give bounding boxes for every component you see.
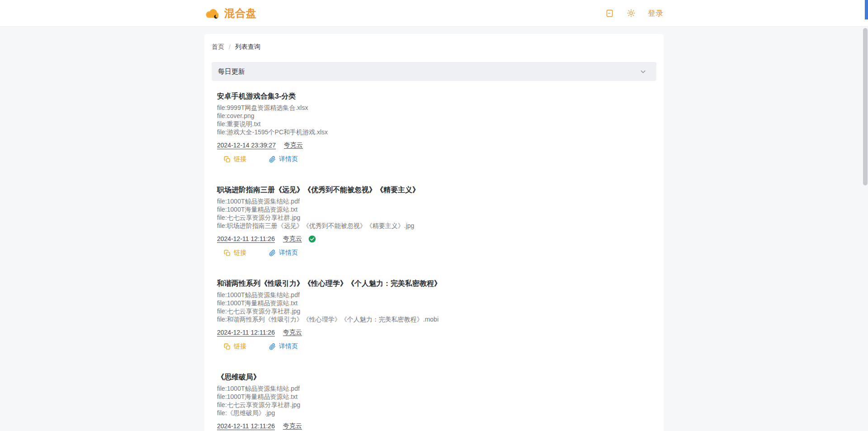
detail-button-label: 详情页	[279, 249, 298, 257]
file-line: file:1000T鲸品资源集结站.pdf	[217, 197, 651, 205]
result-list: 安卓手机游戏合集3-分类 file:9999T网盘资源精选集合.xlsxfile…	[212, 91, 656, 431]
link-button[interactable]: 链接	[224, 249, 246, 257]
file-line: file:重要说明.txt	[217, 120, 651, 128]
file-line: file:1000T海量精品资源站.txt	[217, 393, 651, 401]
paperclip-icon	[269, 156, 276, 163]
detail-button-label: 详情页	[279, 342, 298, 350]
app-header: 混合盘 登录	[0, 0, 868, 27]
item-provider[interactable]: 夸克云	[284, 141, 303, 149]
list-item: 和谐两性系列《性吸引力》《性心理学》《个人魅力：完美私密教程》 file:100…	[217, 279, 651, 351]
item-meta-row: 2024-12-11 12:11:26 夸克云	[217, 234, 651, 243]
item-provider[interactable]: 夸克云	[283, 422, 302, 430]
copy-link-icon	[224, 250, 231, 256]
file-line: file:和谐两性系列《性吸引力》《性心理学》《个人魅力：完美私密教程》.mob…	[217, 315, 651, 323]
file-line: file:1000T海量精品资源站.txt	[217, 299, 651, 307]
item-date[interactable]: 2024-12-14 23:39:27	[217, 142, 276, 149]
list-item: 《思维破局》 file:1000T鲸品资源集结站.pdffile:1000T海量…	[217, 372, 651, 431]
brand-title: 混合盘	[224, 6, 257, 20]
verified-check-icon	[308, 235, 316, 243]
detail-button-label: 详情页	[279, 155, 298, 163]
link-button-label: 链接	[234, 249, 246, 257]
theme-sun-icon[interactable]	[626, 8, 636, 18]
item-title: 《思维破局》	[217, 372, 651, 382]
breadcrumb-home[interactable]: 首页	[212, 43, 224, 51]
item-title: 安卓手机游戏合集3-分类	[217, 91, 651, 101]
file-line: file:游戏大全-1595个PC和手机游戏.xlsx	[217, 128, 651, 136]
detail-page-button[interactable]: 详情页	[269, 342, 298, 350]
item-meta-row: 2024-12-11 12:11:26 夸克云	[217, 422, 651, 431]
detail-page-button[interactable]: 详情页	[269, 155, 298, 163]
copy-link-icon	[224, 343, 231, 350]
item-actions: 链接 详情页	[217, 248, 651, 258]
item-date[interactable]: 2024-12-11 12:11:26	[217, 235, 275, 242]
link-button[interactable]: 链接	[224, 155, 246, 163]
item-files: file:1000T鲸品资源集结站.pdffile:1000T海量精品资源站.t…	[217, 197, 651, 230]
list-item: 安卓手机游戏合集3-分类 file:9999T网盘资源精选集合.xlsxfile…	[217, 91, 651, 164]
item-files: file:9999T网盘资源精选集合.xlsxfile:cover.pngfil…	[217, 104, 651, 136]
link-button[interactable]: 链接	[224, 342, 246, 350]
file-line: file:1000T鲸品资源集结站.pdf	[217, 291, 651, 299]
content-card: 首页 / 列表查询 每日更新 安卓手机游戏合集3-分类 file:9999T网盘…	[204, 34, 664, 431]
item-actions: 链接 详情页	[217, 341, 651, 351]
item-date[interactable]: 2024-12-11 12:11:26	[217, 422, 275, 430]
item-actions: 链接 详情页	[217, 154, 651, 164]
item-provider[interactable]: 夸克云	[283, 328, 302, 336]
item-meta-row: 2024-12-14 23:39:27 夸克云	[217, 141, 651, 150]
file-line: file:9999T网盘资源精选集合.xlsx	[217, 104, 651, 112]
item-title: 职场进阶指南三册《远见》《优秀到不能被忽视》《精要主义》	[217, 185, 651, 194]
cloud-logo-icon	[205, 7, 220, 19]
item-files: file:1000T鲸品资源集结站.pdffile:1000T海量精品资源站.t…	[217, 384, 651, 417]
brand-logo[interactable]: 混合盘	[205, 6, 257, 20]
file-line: file:cover.png	[217, 112, 651, 120]
login-link[interactable]: 登录	[648, 8, 663, 19]
file-line: file:七七云享资源分享社群.jpg	[217, 307, 651, 315]
file-line: file:1000T鲸品资源集结站.pdf	[217, 384, 651, 393]
item-date[interactable]: 2024-12-11 12:11:26	[217, 329, 275, 336]
copy-link-icon	[224, 156, 231, 163]
list-item: 职场进阶指南三册《远见》《优秀到不能被忽视》《精要主义》 file:1000T鲸…	[217, 185, 651, 258]
file-line: file:1000T海量精品资源站.txt	[217, 205, 651, 213]
file-line: file:七七云享资源分享社群.jpg	[217, 213, 651, 222]
notice-icon[interactable]	[604, 8, 614, 18]
paperclip-icon	[269, 250, 276, 256]
header-actions: 登录	[604, 8, 663, 19]
item-provider[interactable]: 夸克云	[283, 235, 302, 243]
item-meta-row: 2024-12-11 12:11:26 夸克云	[217, 328, 651, 337]
breadcrumb-separator: /	[229, 43, 231, 51]
breadcrumb: 首页 / 列表查询	[212, 42, 656, 52]
daily-update-panel-header[interactable]: 每日更新	[212, 62, 656, 81]
main-area: 首页 / 列表查询 每日更新 安卓手机游戏合集3-分类 file:9999T网盘…	[0, 27, 868, 431]
file-line: file:职场进阶指南三册《远见》《优秀到不能被忽视》《精要主义》.jpg	[217, 222, 651, 230]
link-button-label: 链接	[234, 342, 246, 350]
file-line: file:《思维破局》.jpg	[217, 409, 651, 417]
chevron-down-icon	[640, 68, 646, 75]
file-line: file:七七云享资源分享社群.jpg	[217, 401, 651, 409]
item-title: 和谐两性系列《性吸引力》《性心理学》《个人魅力：完美私密教程》	[217, 279, 651, 288]
breadcrumb-current: 列表查询	[235, 43, 260, 51]
inner-scrollbar-thumb[interactable]	[863, 28, 868, 185]
link-button-label: 链接	[234, 155, 246, 163]
detail-page-button[interactable]: 详情页	[269, 249, 298, 257]
page-scrollbar-thumb[interactable]	[865, 0, 868, 19]
panel-title: 每日更新	[218, 67, 245, 76]
paperclip-icon	[269, 343, 276, 350]
item-files: file:1000T鲸品资源集结站.pdffile:1000T海量精品资源站.t…	[217, 291, 651, 323]
